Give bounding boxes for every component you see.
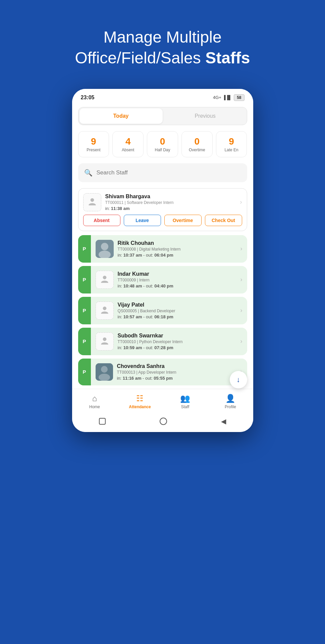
- staff-meta-vijay: QS000005 | Backend Developer: [118, 309, 236, 313]
- stat-halfday-number: 0: [149, 136, 176, 147]
- android-home-btn[interactable]: [160, 418, 167, 425]
- staff-time-indar: in: 10:48 am - out: 04:40 pm: [118, 283, 236, 288]
- staff-icon: 👥: [180, 394, 190, 403]
- svg-point-6: [103, 337, 106, 341]
- tab-previous[interactable]: Previous: [164, 107, 247, 125]
- download-fab[interactable]: ↓: [230, 371, 247, 388]
- stat-absent-label: Absent: [115, 148, 141, 152]
- person-icon-vijay: [99, 305, 110, 316]
- staff-info-chovendra: Chovendra Sanhra TT000013 | App Develope…: [117, 363, 236, 381]
- search-icon: 🔍: [84, 169, 93, 177]
- svg-point-5: [103, 307, 106, 310]
- staff-row-indar[interactable]: Indar Kumar TT000009 | Intern in: 10:48 …: [91, 266, 247, 293]
- search-bar[interactable]: 🔍: [78, 163, 247, 182]
- staff-time-subodh: in: 10:59 am - out: 07:28 pm: [118, 345, 236, 350]
- staff-info-ritik: Ritik Chouhan TT000008 | Digital Marketi…: [118, 240, 236, 258]
- nav-item-home[interactable]: ⌂ Home: [83, 394, 106, 409]
- leave-button[interactable]: Leave: [124, 215, 161, 226]
- chevron-shivam: ›: [240, 199, 242, 206]
- nav-item-attendance[interactable]: ☷ Attendance: [128, 394, 152, 409]
- android-square-btn[interactable]: [99, 418, 106, 425]
- staff-card-subodh[interactable]: P Subodh Swarnkar TT000010 | Python Deve…: [78, 328, 247, 355]
- staff-info-vijay: Vijay Patel QS000005 | Backend Developer…: [118, 302, 236, 319]
- staff-row-chovendra[interactable]: Chovendra Sanhra TT000013 | App Develope…: [91, 359, 247, 385]
- battery-icon: 58: [234, 94, 244, 101]
- person-photo-icon-chovendra: [96, 363, 113, 381]
- tab-today[interactable]: Today: [79, 108, 163, 124]
- nav-item-profile[interactable]: 👤 Profile: [219, 394, 242, 409]
- stat-halfday[interactable]: 0 Half Day: [147, 131, 178, 157]
- staff-info-indar: Indar Kumar TT000009 | Intern in: 10:48 …: [118, 271, 236, 288]
- chevron-subodh: ›: [240, 338, 242, 345]
- svg-point-2: [101, 243, 108, 250]
- profile-icon: 👤: [225, 394, 235, 403]
- present-label-subodh: P: [83, 338, 86, 344]
- attendance-icon: ☷: [136, 394, 144, 403]
- staff-info-subodh: Subodh Swarnkar TT000010 | Python Develo…: [118, 333, 236, 350]
- staff-row-vijay[interactable]: Vijay Patel QS000005 | Backend Developer…: [91, 297, 247, 324]
- staff-row-ritik[interactable]: Ritik Chouhan TT000008 | Digital Marketi…: [91, 235, 247, 263]
- overtime-button[interactable]: Overtime: [164, 215, 202, 226]
- present-bar-indar: P: [78, 266, 91, 293]
- stat-late[interactable]: 9 Late En: [216, 131, 247, 157]
- stat-absent[interactable]: 4 Absent: [112, 131, 144, 157]
- stats-row: 9 Present 4 Absent 0 Half Day 0 Overtime…: [78, 131, 247, 157]
- present-label-chovendra: P: [83, 369, 86, 375]
- staff-name-vijay: Vijay Patel: [118, 302, 236, 308]
- home-icon: ⌂: [92, 394, 97, 403]
- avatar-subodh: [96, 332, 114, 351]
- android-nav-bar: ◀: [72, 413, 253, 432]
- person-icon: [87, 197, 98, 208]
- staff-meta-indar: TT000009 | Intern: [118, 278, 236, 282]
- nav-item-staff[interactable]: 👥 Staff: [173, 394, 197, 409]
- chevron-indar: ›: [240, 276, 242, 283]
- staff-name-indar: Indar Kumar: [118, 271, 236, 277]
- stat-present[interactable]: 9 Present: [78, 131, 109, 157]
- staff-name-ritik: Ritik Chouhan: [118, 240, 236, 246]
- stat-overtime[interactable]: 0 Overtime: [181, 131, 213, 157]
- present-bar-subodh: P: [78, 328, 91, 355]
- status-time: 23:05: [81, 95, 95, 101]
- stat-present-label: Present: [80, 148, 107, 152]
- avatar-vijay: [96, 302, 114, 320]
- staff-time-chovendra: in: 11:16 am - out: 05:55 pm: [117, 376, 236, 381]
- staff-meta-subodh: TT000010 | Python Developer Intern: [118, 339, 236, 344]
- checkout-button[interactable]: Check Out: [205, 215, 242, 226]
- present-label-indar: P: [83, 277, 86, 282]
- android-back-btn[interactable]: ◀: [221, 417, 226, 425]
- person-photo-icon-ritik: [96, 240, 114, 258]
- present-bar-vijay: P: [78, 297, 91, 324]
- stat-present-number: 9: [80, 136, 107, 147]
- svg-point-9: [99, 374, 110, 381]
- staff-card-vijay[interactable]: P Vijay Patel QS000005 | Backend Develop…: [78, 297, 247, 324]
- svg-point-8: [101, 366, 108, 373]
- phone-shell: 23:05 4G+ ▐▐▌ 58 Today Previous 9 Presen…: [72, 89, 253, 432]
- download-icon: ↓: [236, 375, 240, 384]
- person-icon-subodh: [99, 336, 110, 347]
- nav-label-home: Home: [89, 405, 100, 409]
- staff-card-chovendra[interactable]: P Chovendra Sanhra TT000013 | App Develo…: [78, 359, 247, 385]
- staff-name-chovendra: Chovendra Sanhra: [117, 363, 236, 369]
- staff-row-subodh[interactable]: Subodh Swarnkar TT000010 | Python Develo…: [91, 328, 247, 355]
- nav-label-profile: Profile: [225, 405, 236, 409]
- stat-absent-number: 4: [115, 136, 141, 147]
- staff-name-subodh: Subodh Swarnkar: [118, 333, 236, 339]
- signal-icon: 4G+ ▐▐▌: [213, 95, 232, 100]
- status-bar: 23:05 4G+ ▐▐▌ 58: [72, 89, 253, 104]
- staff-info-shivam: Shivam Bhargava TT000011 | Software Deve…: [105, 194, 236, 211]
- avatar-shivam: [83, 193, 101, 211]
- stat-halfday-label: Half Day: [149, 148, 176, 152]
- staff-time-ritik: in: 10:37 am - out: 06:04 pm: [118, 253, 236, 258]
- staff-card-ritik[interactable]: P Ritik Chouhan TT000008 | Digital Marke…: [78, 235, 247, 263]
- search-input[interactable]: [97, 169, 241, 176]
- absent-button[interactable]: Absent: [83, 215, 120, 226]
- present-bar-chovendra: P: [78, 359, 91, 385]
- status-icons: 4G+ ▐▐▌ 58: [213, 94, 245, 101]
- avatar-ritik: [96, 240, 114, 258]
- headline: Manage Multiple Office/Field/Sales Staff…: [75, 27, 250, 69]
- present-label-ritik: P: [83, 246, 86, 252]
- staff-row-shivam[interactable]: Shivam Bhargava TT000011 | Software Deve…: [78, 189, 247, 215]
- headline-line2-normal: Office/Field/Sales: [75, 49, 206, 67]
- tab-bar: Today Previous: [78, 107, 247, 125]
- staff-card-indar[interactable]: P Indar Kumar TT000009 | Intern in: 10:4…: [78, 266, 247, 293]
